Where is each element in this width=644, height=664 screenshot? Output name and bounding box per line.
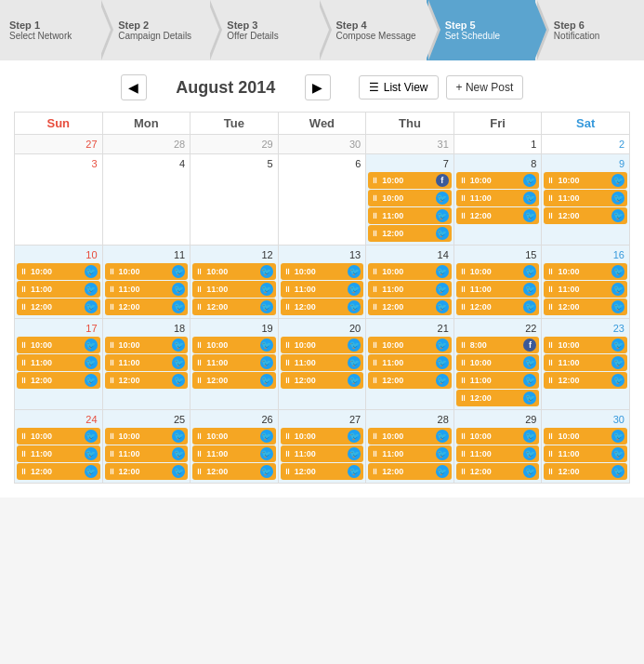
list-item[interactable]: ⏸ 11:00 🐦 [281,281,364,298]
list-item[interactable]: ⏸ 12:00 🐦 [281,372,364,389]
calendar-day-aug26[interactable]: 26 ⏸ 10:00 🐦 ⏸ 11:00 🐦 ⏸ 12:00 🐦 [191,410,279,484]
list-item[interactable]: ⏸ 12:00 🐦 [105,463,189,480]
list-item[interactable]: ⏸ 10:00 🐦 [368,428,452,445]
list-item[interactable]: ⏸ 10:00 🐦 [368,263,452,280]
list-item[interactable]: ⏸ 12:00 🐦 [17,463,100,480]
next-month-button[interactable]: ▶ [305,74,331,100]
list-view-button[interactable]: ☰ List View [359,75,439,100]
list-item[interactable]: ⏸ 12:00 🐦 [368,225,452,242]
list-item[interactable]: ⏸ 10:00 🐦 [544,337,627,353]
calendar-day-aug23[interactable]: 23 ⏸ 10:00 🐦 ⏸ 11:00 🐦 ⏸ 12:00 🐦 [542,319,630,410]
list-item[interactable]: ⏸ 12:00 🐦 [456,390,540,406]
list-item[interactable]: ⏸ 12:00 🐦 [192,372,276,389]
list-item[interactable]: ⏸ 10:00 🐦 [105,263,189,280]
list-item[interactable]: ⏸ 10:00 🐦 [281,263,364,280]
list-item[interactable]: ⏸ 11:00 🐦 [368,445,452,462]
list-item[interactable]: ⏸ 12:00 🐦 [192,463,276,480]
list-item[interactable]: ⏸ 12:00 🐦 [544,463,627,480]
list-item[interactable]: ⏸ 12:00 🐦 [105,299,189,315]
list-item[interactable]: ⏸ 10:00 🐦 [192,337,276,353]
calendar-day-aug6[interactable]: 6 [278,154,366,246]
list-item[interactable]: ⏸ 10:00 🐦 [544,428,627,445]
list-item[interactable]: ⏸ 12:00 🐦 [281,299,364,315]
list-item[interactable]: ⏸ 12:00 🐦 [105,372,189,389]
calendar-day-aug17[interactable]: 17 ⏸ 10:00 🐦 ⏸ 11:00 🐦 ⏸ 12:00 🐦 [15,319,103,410]
step-3[interactable]: Step 3 Offer Details [208,0,317,60]
calendar-day-aug19[interactable]: 19 ⏸ 10:00 🐦 ⏸ 11:00 🐦 ⏸ 12:00 🐦 [191,319,279,410]
list-item[interactable]: ⏸ 11:00 🐦 [17,281,100,298]
list-item[interactable]: ⏸ 10:00 🐦 [17,263,100,280]
list-item[interactable]: ⏸ 10:00 🐦 [544,172,627,189]
new-post-button[interactable]: + New Post [446,75,524,100]
step-2[interactable]: Step 2 Campaign Details [99,0,208,60]
list-item[interactable]: ⏸ 8:00 f [456,337,540,353]
calendar-day-aug24[interactable]: 24 ⏸ 10:00 🐦 ⏸ 11:00 🐦 ⏸ 12:00 🐦 [15,410,103,484]
calendar-day-aug13[interactable]: 13 ⏸ 10:00 🐦 ⏸ 11:00 🐦 ⏸ 12:00 🐦 [278,246,366,319]
calendar-day-aug20[interactable]: 20 ⏸ 10:00 🐦 ⏸ 11:00 🐦 ⏸ 12:00 🐦 [278,319,366,410]
list-item[interactable]: ⏸ 11:00 🐦 [544,445,627,462]
list-item[interactable]: ⏸ 11:00 🐦 [456,281,540,298]
list-item[interactable]: ⏸ 11:00 🐦 [192,445,276,462]
calendar-day-aug30[interactable]: 30 ⏸ 10:00 🐦 ⏸ 11:00 🐦 ⏸ 12:00 🐦 [542,410,630,484]
list-item[interactable]: ⏸ 11:00 🐦 [544,281,627,298]
calendar-day-aug21[interactable]: 21 ⏸ 10:00 🐦 ⏸ 11:00 🐦 ⏸ 12:00 🐦 [366,319,454,410]
calendar-day-aug18[interactable]: 18 ⏸ 10:00 🐦 ⏸ 11:00 🐦 ⏸ 12:00 🐦 [102,319,191,410]
step-5[interactable]: Step 5 Set Schedule [427,0,535,60]
step-6[interactable]: Step 6 Notification [535,0,644,60]
calendar-day-aug4[interactable]: 4 [102,154,191,246]
list-item[interactable]: ⏸ 12:00 🐦 [456,299,540,315]
list-item[interactable]: ⏸ 10:00 🐦 [456,172,540,189]
calendar-day-jul30[interactable]: 30 [278,135,366,154]
list-item[interactable]: ⏸ 11:00 🐦 [105,445,189,462]
list-item[interactable]: ⏸ 11:00 🐦 [281,445,364,462]
calendar-day-aug25[interactable]: 25 ⏸ 10:00 🐦 ⏸ 11:00 🐦 ⏸ 12:00 🐦 [102,410,191,484]
list-item[interactable]: ⏸ 12:00 🐦 [544,207,627,224]
list-item[interactable]: ⏸ 10:00 🐦 [17,428,100,445]
calendar-day-jul29[interactable]: 29 [191,135,279,154]
list-item[interactable]: ⏸ 12:00 🐦 [456,463,540,480]
list-item[interactable]: ⏸ 11:00 🐦 [105,281,189,298]
list-item[interactable]: ⏸ 10:00 🐦 [105,428,189,445]
list-item[interactable]: ⏸ 11:00 🐦 [544,190,627,206]
list-item[interactable]: ⏸ 12:00 🐦 [192,299,276,315]
list-item[interactable]: ⏸ 10:00 🐦 [17,337,100,353]
list-item[interactable]: ⏸ 11:00 🐦 [281,354,364,371]
list-item[interactable]: ⏸ 11:00 🐦 [192,281,276,298]
list-item[interactable]: ⏸ 10:00 🐦 [456,263,540,280]
calendar-day-aug15[interactable]: 15 ⏸ 10:00 🐦 ⏸ 11:00 🐦 ⏸ 12:00 🐦 [453,246,542,319]
prev-month-button[interactable]: ◀ [121,74,147,100]
calendar-day-jul31[interactable]: 31 [366,135,454,154]
list-item[interactable]: ⏸ 11:00 🐦 [456,190,540,206]
list-item[interactable]: ⏸ 12:00 🐦 [368,463,452,480]
calendar-day-aug2[interactable]: 2 [542,135,630,154]
calendar-day-aug28[interactable]: 28 ⏸ 10:00 🐦 ⏸ 11:00 🐦 ⏸ 12:00 🐦 [366,410,454,484]
calendar-day-aug9[interactable]: 9 ⏸ 10:00 🐦 ⏸ 11:00 🐦 ⏸ 12:00 🐦 [542,154,630,246]
calendar-day-aug12[interactable]: 12 ⏸ 10:00 🐦 ⏸ 11:00 🐦 ⏸ 12:00 🐦 [191,246,279,319]
calendar-day-aug3[interactable]: 3 [15,154,103,246]
list-item[interactable]: ⏸ 12:00 🐦 [17,299,100,315]
list-item[interactable]: ⏸ 10:00 🐦 [281,428,364,445]
calendar-day-aug1[interactable]: 1 [453,135,542,154]
calendar-day-aug10[interactable]: 10 ⏸ 10:00 🐦 ⏸ 11:00 🐦 ⏸ 12:00 🐦 [15,246,103,319]
calendar-day-aug5[interactable]: 5 [191,154,279,246]
step-4[interactable]: Step 4 Compose Message [318,0,427,60]
list-item[interactable]: ⏸ 10:00 🐦 [368,337,452,353]
calendar-day-aug14[interactable]: 14 ⏸ 10:00 🐦 ⏸ 11:00 🐦 ⏸ 12:00 🐦 [366,246,454,319]
step-1[interactable]: Step 1 Select Network [0,0,99,60]
calendar-day-jul28[interactable]: 28 [102,135,191,154]
calendar-day-aug11[interactable]: 11 ⏸ 10:00 🐦 ⏸ 11:00 🐦 ⏸ 12:00 🐦 [102,246,191,319]
list-item[interactable]: ⏸ 12:00 🐦 [544,372,627,389]
list-item[interactable]: ⏸ 10:00 🐦 [456,354,540,371]
list-item[interactable]: ⏸ 11:00 🐦 [456,445,540,462]
list-item[interactable]: ⏸ 12:00 🐦 [456,207,540,224]
list-item[interactable]: ⏸ 10:00 🐦 [368,190,452,206]
list-item[interactable]: ⏸ 10:00 🐦 [192,263,276,280]
calendar-day-aug29[interactable]: 29 ⏸ 10:00 🐦 ⏸ 11:00 🐦 ⏸ 12:00 🐦 [453,410,542,484]
list-item[interactable]: ⏸ 12:00 🐦 [281,463,364,480]
list-item[interactable]: ⏸ 11:00 🐦 [544,354,627,371]
calendar-day-aug7[interactable]: 7 ⏸ 10:00 f ⏸ 10:00 🐦 ⏸ 11:00 🐦 [366,154,454,246]
list-item[interactable]: ⏸ 12:00 🐦 [368,372,452,389]
list-item[interactable]: ⏸ 10:00 🐦 [544,263,627,280]
calendar-day-aug16[interactable]: 16 ⏸ 10:00 🐦 ⏸ 11:00 🐦 ⏸ 12:00 🐦 [542,246,630,319]
list-item[interactable]: ⏸ 12:00 🐦 [17,372,100,389]
